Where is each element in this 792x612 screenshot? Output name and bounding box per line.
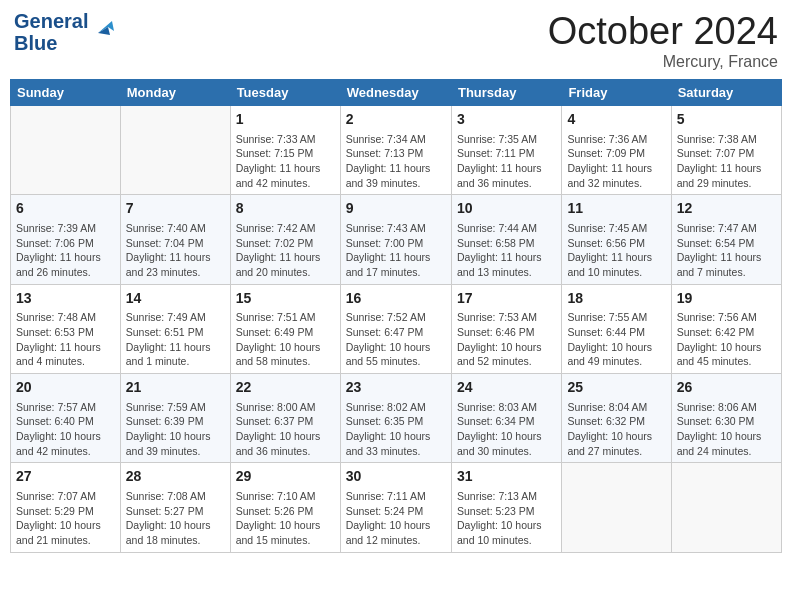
day-number: 9 [346,199,446,219]
day-number: 22 [236,378,335,398]
col-header-wednesday: Wednesday [340,80,451,106]
logo: General Blue [14,10,120,54]
calendar-cell: 6Sunrise: 7:39 AMSunset: 7:06 PMDaylight… [11,195,121,284]
day-info: Sunrise: 7:34 AMSunset: 7:13 PMDaylight:… [346,133,431,189]
day-info: Sunrise: 7:53 AMSunset: 6:46 PMDaylight:… [457,311,542,367]
logo-icon [90,13,120,43]
title-block: October 2024 Mercury, France [548,10,778,71]
month-title: October 2024 [548,10,778,53]
logo-line2: Blue [14,32,88,54]
day-number: 31 [457,467,556,487]
day-info: Sunrise: 7:07 AMSunset: 5:29 PMDaylight:… [16,490,101,546]
day-info: Sunrise: 8:06 AMSunset: 6:30 PMDaylight:… [677,401,762,457]
calendar-cell: 7Sunrise: 7:40 AMSunset: 7:04 PMDaylight… [120,195,230,284]
day-number: 12 [677,199,776,219]
day-number: 26 [677,378,776,398]
calendar-cell: 21Sunrise: 7:59 AMSunset: 6:39 PMDayligh… [120,374,230,463]
day-info: Sunrise: 8:03 AMSunset: 6:34 PMDaylight:… [457,401,542,457]
calendar-cell: 4Sunrise: 7:36 AMSunset: 7:09 PMDaylight… [562,106,671,195]
calendar-cell: 19Sunrise: 7:56 AMSunset: 6:42 PMDayligh… [671,284,781,373]
day-number: 16 [346,289,446,309]
day-info: Sunrise: 8:00 AMSunset: 6:37 PMDaylight:… [236,401,321,457]
day-info: Sunrise: 7:51 AMSunset: 6:49 PMDaylight:… [236,311,321,367]
calendar-cell: 10Sunrise: 7:44 AMSunset: 6:58 PMDayligh… [451,195,561,284]
calendar-cell: 24Sunrise: 8:03 AMSunset: 6:34 PMDayligh… [451,374,561,463]
col-header-friday: Friday [562,80,671,106]
day-number: 5 [677,110,776,130]
day-info: Sunrise: 7:55 AMSunset: 6:44 PMDaylight:… [567,311,652,367]
calendar-cell: 25Sunrise: 8:04 AMSunset: 6:32 PMDayligh… [562,374,671,463]
day-info: Sunrise: 7:38 AMSunset: 7:07 PMDaylight:… [677,133,762,189]
day-number: 23 [346,378,446,398]
day-info: Sunrise: 7:10 AMSunset: 5:26 PMDaylight:… [236,490,321,546]
col-header-saturday: Saturday [671,80,781,106]
day-info: Sunrise: 7:35 AMSunset: 7:11 PMDaylight:… [457,133,542,189]
day-info: Sunrise: 7:45 AMSunset: 6:56 PMDaylight:… [567,222,652,278]
calendar-cell: 5Sunrise: 7:38 AMSunset: 7:07 PMDaylight… [671,106,781,195]
calendar-cell: 28Sunrise: 7:08 AMSunset: 5:27 PMDayligh… [120,463,230,552]
calendar-week-row: 13Sunrise: 7:48 AMSunset: 6:53 PMDayligh… [11,284,782,373]
day-info: Sunrise: 7:47 AMSunset: 6:54 PMDaylight:… [677,222,762,278]
calendar-cell [671,463,781,552]
calendar-cell: 26Sunrise: 8:06 AMSunset: 6:30 PMDayligh… [671,374,781,463]
calendar-cell: 17Sunrise: 7:53 AMSunset: 6:46 PMDayligh… [451,284,561,373]
calendar-header-row: SundayMondayTuesdayWednesdayThursdayFrid… [11,80,782,106]
calendar-cell: 27Sunrise: 7:07 AMSunset: 5:29 PMDayligh… [11,463,121,552]
calendar-cell: 30Sunrise: 7:11 AMSunset: 5:24 PMDayligh… [340,463,451,552]
day-number: 6 [16,199,115,219]
day-info: Sunrise: 7:33 AMSunset: 7:15 PMDaylight:… [236,133,321,189]
day-number: 24 [457,378,556,398]
day-number: 25 [567,378,665,398]
day-info: Sunrise: 7:52 AMSunset: 6:47 PMDaylight:… [346,311,431,367]
calendar-cell: 1Sunrise: 7:33 AMSunset: 7:15 PMDaylight… [230,106,340,195]
calendar-cell [11,106,121,195]
col-header-monday: Monday [120,80,230,106]
calendar-cell: 11Sunrise: 7:45 AMSunset: 6:56 PMDayligh… [562,195,671,284]
day-number: 29 [236,467,335,487]
calendar-week-row: 27Sunrise: 7:07 AMSunset: 5:29 PMDayligh… [11,463,782,552]
day-number: 7 [126,199,225,219]
calendar-cell: 9Sunrise: 7:43 AMSunset: 7:00 PMDaylight… [340,195,451,284]
day-number: 27 [16,467,115,487]
day-info: Sunrise: 7:36 AMSunset: 7:09 PMDaylight:… [567,133,652,189]
calendar-cell: 13Sunrise: 7:48 AMSunset: 6:53 PMDayligh… [11,284,121,373]
calendar-cell: 20Sunrise: 7:57 AMSunset: 6:40 PMDayligh… [11,374,121,463]
calendar-cell: 31Sunrise: 7:13 AMSunset: 5:23 PMDayligh… [451,463,561,552]
day-info: Sunrise: 7:44 AMSunset: 6:58 PMDaylight:… [457,222,542,278]
calendar-cell: 29Sunrise: 7:10 AMSunset: 5:26 PMDayligh… [230,463,340,552]
calendar-cell [120,106,230,195]
day-info: Sunrise: 7:08 AMSunset: 5:27 PMDaylight:… [126,490,211,546]
calendar-cell: 2Sunrise: 7:34 AMSunset: 7:13 PMDaylight… [340,106,451,195]
day-info: Sunrise: 7:49 AMSunset: 6:51 PMDaylight:… [126,311,211,367]
page-header: General Blue October 2024 Mercury, Franc… [10,10,782,71]
day-number: 14 [126,289,225,309]
col-header-tuesday: Tuesday [230,80,340,106]
logo-line1: General [14,10,88,32]
day-number: 17 [457,289,556,309]
calendar-week-row: 1Sunrise: 7:33 AMSunset: 7:15 PMDaylight… [11,106,782,195]
day-number: 28 [126,467,225,487]
day-info: Sunrise: 7:13 AMSunset: 5:23 PMDaylight:… [457,490,542,546]
calendar-cell: 15Sunrise: 7:51 AMSunset: 6:49 PMDayligh… [230,284,340,373]
day-number: 15 [236,289,335,309]
calendar-cell: 22Sunrise: 8:00 AMSunset: 6:37 PMDayligh… [230,374,340,463]
day-number: 2 [346,110,446,130]
day-number: 3 [457,110,556,130]
day-info: Sunrise: 7:39 AMSunset: 7:06 PMDaylight:… [16,222,101,278]
location-label: Mercury, France [548,53,778,71]
day-number: 20 [16,378,115,398]
day-number: 19 [677,289,776,309]
day-number: 13 [16,289,115,309]
day-info: Sunrise: 7:11 AMSunset: 5:24 PMDaylight:… [346,490,431,546]
calendar-cell: 12Sunrise: 7:47 AMSunset: 6:54 PMDayligh… [671,195,781,284]
calendar-cell: 8Sunrise: 7:42 AMSunset: 7:02 PMDaylight… [230,195,340,284]
day-info: Sunrise: 7:43 AMSunset: 7:00 PMDaylight:… [346,222,431,278]
calendar-cell: 16Sunrise: 7:52 AMSunset: 6:47 PMDayligh… [340,284,451,373]
calendar-cell [562,463,671,552]
col-header-sunday: Sunday [11,80,121,106]
calendar-cell: 18Sunrise: 7:55 AMSunset: 6:44 PMDayligh… [562,284,671,373]
day-number: 10 [457,199,556,219]
day-number: 11 [567,199,665,219]
day-info: Sunrise: 8:02 AMSunset: 6:35 PMDaylight:… [346,401,431,457]
day-info: Sunrise: 8:04 AMSunset: 6:32 PMDaylight:… [567,401,652,457]
